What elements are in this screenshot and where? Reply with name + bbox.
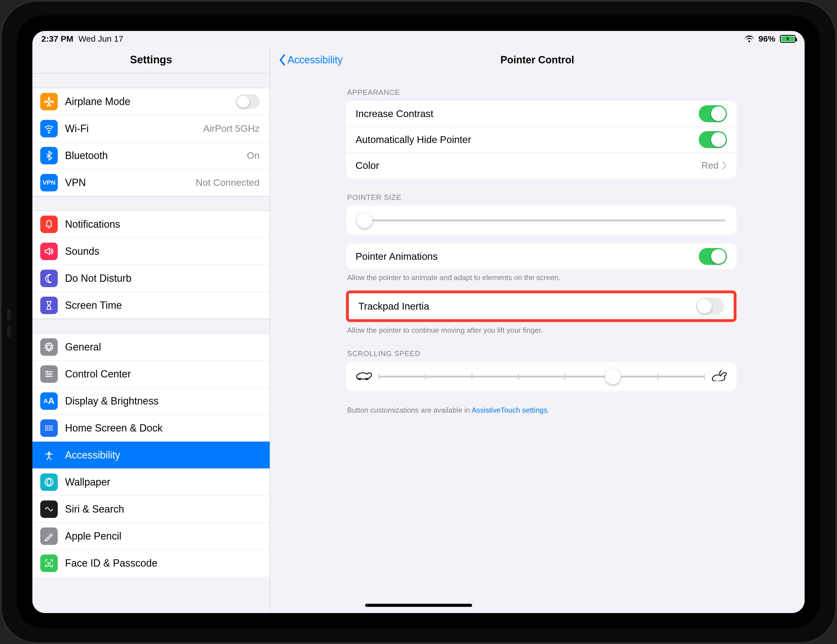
pointer-size-slider[interactable] bbox=[357, 220, 725, 221]
tortoise-icon bbox=[356, 370, 372, 383]
chevron-left-icon bbox=[279, 54, 286, 66]
svg-rect-10 bbox=[49, 429, 51, 431]
sidebar-item-siri-search[interactable]: Siri & Search bbox=[32, 496, 270, 523]
color-label: Color bbox=[356, 160, 379, 171]
svg-rect-1 bbox=[47, 425, 49, 427]
assistive-touch-link[interactable]: AssistiveTouch settings bbox=[471, 406, 547, 414]
sidebar-item-face-id-passcode[interactable]: Face ID & Passcode bbox=[32, 550, 270, 577]
pencil-icon bbox=[40, 528, 58, 545]
sidebar-item-home-screen-dock[interactable]: Home Screen & Dock bbox=[32, 415, 270, 442]
ipad-screen-bezel: 2:37 PM Wed Jun 17 96% Settings Airplane… bbox=[17, 15, 820, 629]
sidebar-item-label: Control Center bbox=[65, 368, 131, 380]
sidebar-item-label: Sounds bbox=[65, 246, 99, 257]
back-button[interactable]: Accessibility bbox=[279, 54, 343, 66]
text-size-icon: AA bbox=[40, 392, 58, 410]
scrolling-speed-row[interactable] bbox=[346, 362, 737, 391]
scrolling-speed-card bbox=[346, 362, 737, 391]
sidebar-item-screen-time[interactable]: Screen Time bbox=[32, 292, 270, 319]
sidebar-item-label: Siri & Search bbox=[65, 503, 124, 515]
increase-contrast-toggle[interactable] bbox=[699, 105, 727, 122]
status-date: Wed Jun 17 bbox=[78, 34, 123, 44]
sidebar-item-wallpaper[interactable]: Wallpaper bbox=[32, 469, 270, 496]
page-title: Pointer Control bbox=[270, 54, 805, 66]
svg-rect-9 bbox=[47, 429, 49, 431]
svg-rect-11 bbox=[51, 429, 53, 431]
hare-icon bbox=[711, 370, 727, 383]
svg-rect-7 bbox=[51, 427, 53, 429]
svg-rect-3 bbox=[51, 425, 53, 427]
svg-rect-5 bbox=[47, 427, 49, 429]
sidebar-item-label: Do Not Disturb bbox=[65, 272, 131, 284]
svg-rect-8 bbox=[45, 429, 47, 431]
sidebar-item-label: Home Screen & Dock bbox=[65, 422, 162, 434]
pointer-size-slider-row[interactable] bbox=[346, 206, 737, 235]
wallpaper-icon bbox=[40, 474, 58, 491]
sidebar-item-airplane-mode[interactable]: Airplane Mode bbox=[32, 88, 270, 115]
appearance-card: Increase Contrast Automatically Hide Poi… bbox=[346, 101, 737, 179]
svg-rect-0 bbox=[45, 425, 47, 427]
bell-icon bbox=[40, 216, 58, 233]
chevron-right-icon bbox=[722, 161, 727, 170]
trackpad-inertia-callout: Trackpad Inertia bbox=[346, 290, 737, 322]
accessibility-icon bbox=[40, 446, 58, 464]
svg-rect-2 bbox=[49, 425, 51, 427]
pointer-animations-card: Pointer Animations bbox=[346, 244, 737, 269]
sidebar-item-notifications[interactable]: Notifications bbox=[32, 211, 270, 238]
sidebar-item-label: Wi-Fi bbox=[65, 123, 89, 134]
sidebar-item-general[interactable]: General bbox=[32, 334, 270, 361]
increase-contrast-row[interactable]: Increase Contrast bbox=[346, 101, 737, 127]
sidebar-item-detail: On bbox=[247, 150, 259, 161]
increase-contrast-label: Increase Contrast bbox=[356, 108, 433, 120]
sidebar-item-label: Notifications bbox=[65, 218, 120, 230]
status-time: 2:37 PM bbox=[41, 34, 73, 44]
footer-post: . bbox=[547, 406, 549, 414]
airplane-icon bbox=[40, 93, 58, 110]
wifi-icon bbox=[40, 120, 58, 138]
home-indicator[interactable] bbox=[365, 604, 472, 607]
color-value: Red bbox=[701, 160, 719, 171]
sidebar-item-display-brightness[interactable]: AADisplay & Brightness bbox=[32, 388, 270, 415]
sidebar-item-detail: Not Connected bbox=[196, 177, 259, 188]
sidebar-item-vpn[interactable]: VPNVPNNot Connected bbox=[32, 169, 270, 196]
trackpad-inertia-label: Trackpad Inertia bbox=[358, 301, 429, 312]
svg-rect-4 bbox=[45, 427, 47, 429]
gear-icon bbox=[40, 338, 58, 356]
sidebar-item-label: VPN bbox=[65, 177, 86, 188]
color-row[interactable]: Color Red bbox=[346, 152, 737, 179]
sidebar-item-label: Airplane Mode bbox=[65, 96, 130, 108]
pointer-size-card bbox=[346, 206, 737, 235]
sidebar-item-label: Screen Time bbox=[65, 300, 122, 311]
auto-hide-label: Automatically Hide Pointer bbox=[356, 134, 471, 145]
faceid-icon bbox=[40, 554, 58, 572]
airplane-mode-toggle[interactable] bbox=[236, 94, 259, 109]
sliders-icon bbox=[40, 365, 58, 383]
sidebar-item-do-not-disturb[interactable]: Do Not Disturb bbox=[32, 265, 270, 292]
scrolling-header: SCROLLING SPEED bbox=[346, 335, 737, 362]
hourglass-icon bbox=[40, 297, 58, 314]
sidebar-item-wi-fi[interactable]: Wi-FiAirPort 5GHz bbox=[32, 115, 270, 142]
sidebar-item-label: Display & Brightness bbox=[65, 395, 159, 407]
trackpad-inertia-note: Allow the pointer to continue moving aft… bbox=[346, 322, 737, 335]
sidebar-item-label: Face ID & Passcode bbox=[65, 557, 158, 569]
pointer-animations-row[interactable]: Pointer Animations bbox=[346, 244, 737, 269]
sidebar-item-accessibility[interactable]: Accessibility bbox=[32, 442, 270, 469]
sidebar-item-apple-pencil[interactable]: Apple Pencil bbox=[32, 523, 270, 550]
trackpad-inertia-toggle[interactable] bbox=[696, 298, 724, 315]
siri-icon bbox=[40, 500, 58, 518]
sidebar-item-label: Wallpaper bbox=[65, 476, 110, 488]
pointer-animations-label: Pointer Animations bbox=[356, 251, 438, 262]
status-bar: 2:37 PM Wed Jun 17 96% bbox=[32, 31, 805, 46]
scrolling-speed-slider[interactable] bbox=[379, 376, 704, 377]
trackpad-inertia-row[interactable]: Trackpad Inertia bbox=[349, 293, 734, 319]
sidebar-item-control-center[interactable]: Control Center bbox=[32, 361, 270, 388]
apps-icon bbox=[40, 420, 58, 437]
pointer-animations-toggle[interactable] bbox=[699, 248, 727, 265]
sidebar-item-sounds[interactable]: Sounds bbox=[32, 238, 270, 265]
auto-hide-toggle[interactable] bbox=[699, 131, 727, 148]
sidebar-item-bluetooth[interactable]: BluetoothOn bbox=[32, 142, 270, 169]
sidebar-item-label: General bbox=[65, 341, 101, 353]
auto-hide-row[interactable]: Automatically Hide Pointer bbox=[346, 127, 737, 152]
svg-rect-6 bbox=[49, 427, 51, 429]
nav-bar: Accessibility Pointer Control bbox=[270, 46, 805, 74]
settings-sidebar: Settings Airplane ModeWi-FiAirPort 5GHzB… bbox=[32, 46, 270, 613]
